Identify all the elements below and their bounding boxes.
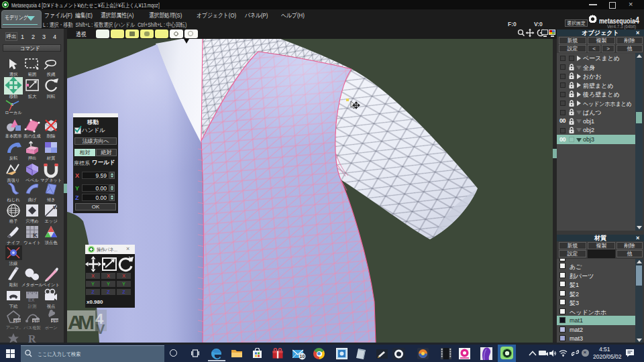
svg-text:メタボール: メタボール bbox=[21, 282, 44, 287]
svg-text:ア―マ..: ア―マ.. bbox=[6, 325, 21, 330]
svg-text:K: K bbox=[33, 232, 38, 239]
svg-text:移動: 移動 bbox=[9, 94, 18, 99]
svg-text:計測: 計測 bbox=[28, 304, 37, 309]
svg-text:穴埋め: 穴埋め bbox=[25, 219, 38, 223]
svg-text:ウェイト: ウェイト bbox=[23, 240, 41, 245]
svg-text:10: 10 bbox=[300, 354, 305, 359]
svg-text:W: W bbox=[53, 204, 58, 210]
svg-text:ベベル: ベベル bbox=[25, 178, 39, 182]
svg-text:STD: STD bbox=[33, 319, 40, 323]
svg-text:エッジ: エッジ bbox=[44, 219, 57, 223]
svg-text:曲げ: 曲げ bbox=[28, 197, 37, 202]
svg-text:マグネット: マグネット bbox=[40, 178, 62, 182]
svg-text:ねじれ: ねじれ bbox=[7, 197, 20, 202]
svg-text:拡大: 拡大 bbox=[28, 94, 37, 99]
svg-text:AM: AM bbox=[68, 311, 95, 333]
svg-text:V: V bbox=[96, 322, 105, 337]
svg-text:EX: EX bbox=[28, 298, 35, 302]
svg-text:ナイフ: ナイフ bbox=[7, 240, 19, 245]
svg-text:面張り: 面張り bbox=[7, 178, 19, 183]
svg-text:材質: 材質 bbox=[46, 156, 56, 161]
svg-text:R: R bbox=[28, 333, 36, 343]
svg-text:法線: 法線 bbox=[9, 261, 18, 266]
svg-text:STD: STD bbox=[14, 319, 21, 323]
svg-text:選択: 選択 bbox=[9, 72, 18, 76]
svg-text:ペイント: ペイント bbox=[42, 282, 60, 287]
svg-text:STD: STD bbox=[52, 319, 59, 323]
svg-text:下絵: 下絵 bbox=[9, 304, 18, 308]
svg-text:傾き: 傾き bbox=[47, 197, 56, 202]
svg-text:反転: 反転 bbox=[9, 156, 18, 160]
svg-text:押出: 押出 bbox=[28, 156, 37, 160]
svg-text:投縄: 投縄 bbox=[46, 72, 56, 76]
svg-text:回転: 回転 bbox=[47, 94, 56, 99]
svg-text:ローカル: ローカル bbox=[5, 110, 22, 115]
svg-text:パス複製: パス複製 bbox=[23, 325, 40, 330]
svg-text:範囲: 範囲 bbox=[28, 72, 37, 77]
svg-text:基本図形: 基本図形 bbox=[5, 133, 22, 139]
svg-text:面の生成: 面の生成 bbox=[23, 133, 41, 139]
svg-text:ボーン: ボーン bbox=[44, 325, 57, 330]
svg-text:彫刻: 彫刻 bbox=[9, 282, 18, 288]
svg-text:削除: 削除 bbox=[47, 133, 56, 139]
svg-text:頂点色: 頂点色 bbox=[45, 240, 58, 245]
svg-text:格子: 格子 bbox=[9, 219, 18, 224]
svg-text:視点: 視点 bbox=[47, 304, 56, 309]
